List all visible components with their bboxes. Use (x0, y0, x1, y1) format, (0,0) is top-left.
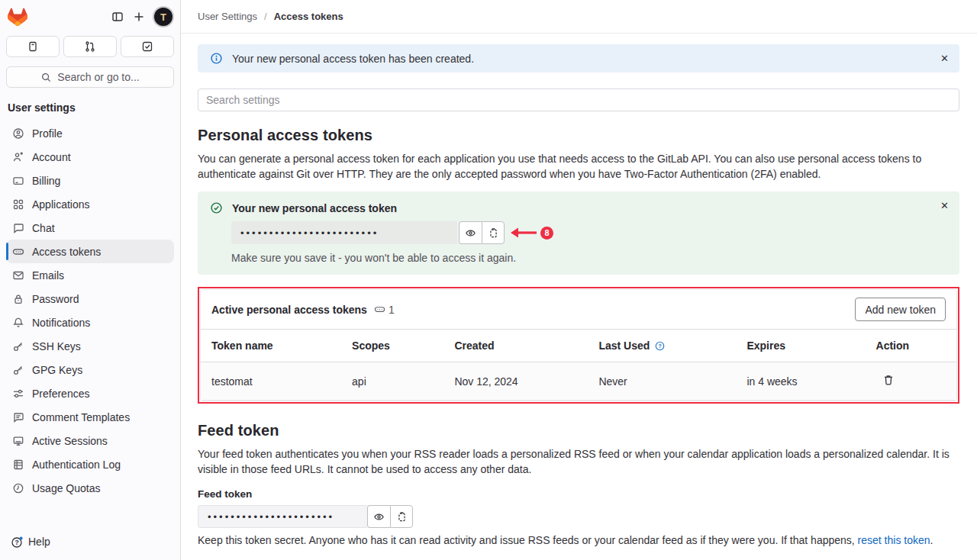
sidebar-item-label: Chat (32, 222, 55, 234)
token-pill-icon (374, 304, 385, 315)
table-row: testomat api Nov 12, 2024 Never in 4 wee… (201, 362, 956, 401)
breadcrumb-user-settings[interactable]: User Settings (198, 11, 257, 22)
account-icon (12, 151, 24, 163)
issues-icon (27, 40, 39, 53)
merge-request-icon (84, 40, 96, 53)
col-token-name: Token name (201, 330, 341, 362)
sidebar-item-label: Usage Quotas (32, 482, 101, 494)
reveal-token-button[interactable] (459, 221, 482, 244)
reset-this-token-link[interactable]: reset this token (858, 534, 930, 546)
new-token-masked-value: •••••••••••••••••••••••• (231, 221, 457, 244)
sidebar: T Search or go to... User settings Profi… (0, 0, 181, 560)
annotation-arrow-badge: 8 (509, 221, 553, 244)
credit-card-icon (12, 175, 24, 187)
success-alert-close-button[interactable]: ✕ (940, 199, 949, 213)
close-icon: ✕ (940, 53, 949, 64)
sidebar-item-label: Account (32, 151, 71, 163)
eye-icon (465, 227, 476, 239)
revoke-token-button[interactable] (876, 374, 895, 386)
gitlab-logo-icon[interactable] (8, 8, 27, 26)
feed-token-note: Keep this token secret. Anyone who has i… (198, 534, 959, 546)
sidebar-item-label: Emails (32, 269, 64, 282)
sidebar-item-notifications[interactable]: Notifications (6, 311, 174, 334)
cell-last-used: Never (588, 362, 736, 401)
feed-token-heading: Feed token (198, 422, 959, 439)
sidebar-item-label: Access tokens (32, 246, 101, 258)
sidebar-item-label: Applications (32, 198, 90, 211)
help-icon: ? (11, 536, 24, 549)
col-last-used: Last Used ? (588, 330, 736, 362)
merge-requests-shortcut-button[interactable] (63, 36, 117, 57)
sidebar-item-gpg-keys[interactable]: GPG Keys (6, 358, 174, 381)
annotation-badge: 8 (540, 227, 553, 240)
sidebar-item-label: Comment Templates (32, 411, 130, 423)
personal-access-tokens-description: You can generate a personal access token… (198, 151, 959, 182)
sidebar-item-label: Active Sessions (32, 435, 108, 447)
cell-token-name: testomat (201, 362, 341, 401)
annotation-rectangle: Active personal access tokens 1 Add new … (198, 287, 959, 404)
todos-shortcut-button[interactable] (121, 36, 174, 57)
help-label: Help (28, 536, 50, 548)
grid-icon (12, 198, 24, 211)
log-table-icon (12, 459, 24, 471)
personal-access-tokens-heading: Personal access tokens (198, 127, 959, 144)
create-new-button[interactable] (128, 6, 150, 27)
plus-icon (133, 11, 145, 23)
sidebar-item-emails[interactable]: Emails (6, 263, 174, 287)
info-icon (210, 52, 223, 65)
sidebar-item-access-tokens[interactable]: Access tokens (6, 240, 174, 263)
sidebar-item-label: Preferences (32, 388, 89, 400)
svg-text:?: ? (659, 343, 663, 349)
feed-note-period: . (930, 534, 933, 546)
active-tokens-card: Active personal access tokens 1 Add new … (200, 289, 957, 401)
trash-icon (882, 374, 895, 386)
feed-token-label: Feed token (198, 488, 959, 500)
eye-icon (373, 511, 385, 523)
sidebar-item-comment-templates[interactable]: Comment Templates (6, 405, 174, 429)
info-alert-close-button[interactable]: ✕ (940, 52, 949, 66)
key-icon (12, 340, 24, 352)
col-scopes: Scopes (341, 330, 443, 362)
sidebar-item-applications[interactable]: Applications (6, 192, 174, 216)
sidebar-item-usage-quotas[interactable]: Usage Quotas (6, 476, 174, 500)
sidebar-item-ssh-keys[interactable]: SSH Keys (6, 334, 174, 358)
sidebar-item-active-sessions[interactable]: Active Sessions (6, 429, 174, 452)
search-or-go-to-label: Search or go to... (57, 71, 139, 83)
search-or-go-to[interactable]: Search or go to... (6, 66, 174, 88)
red-arrow-icon (509, 227, 538, 239)
add-new-token-button[interactable]: Add new token (855, 298, 946, 321)
issues-shortcut-button[interactable] (6, 36, 60, 57)
sidebar-item-account[interactable]: Account (6, 145, 174, 169)
check-circle-icon (210, 201, 223, 214)
feed-note-text: Keep this token secret. Anyone who has i… (198, 534, 858, 546)
breadcrumb: User Settings / Access tokens (181, 0, 977, 34)
cell-action (866, 362, 956, 401)
sidebar-item-preferences[interactable]: Preferences (6, 381, 174, 405)
cell-scopes: api (341, 362, 443, 401)
sidebar-item-label: Profile (32, 127, 63, 140)
sidebar-item-password[interactable]: Password (6, 287, 174, 311)
active-tokens-count: 1 (374, 304, 395, 316)
reveal-feed-token-button[interactable] (367, 505, 390, 528)
main-content: User Settings / Access tokens Your new p… (181, 0, 977, 560)
chat-bubble-icon (12, 222, 24, 234)
sidebar-item-profile[interactable]: Profile (6, 121, 174, 145)
user-avatar[interactable]: T (154, 8, 173, 26)
settings-nav: Profile Account Billing Applications Cha… (0, 118, 180, 500)
envelope-icon (12, 269, 24, 282)
sidebar-item-billing[interactable]: Billing (6, 169, 174, 192)
sidebar-item-label: SSH Keys (32, 340, 81, 352)
bell-icon (12, 317, 24, 329)
profile-icon (12, 127, 24, 140)
copy-token-button[interactable] (482, 221, 505, 244)
cell-expires: in 4 weeks (736, 362, 865, 401)
sidebar-topbar: T (0, 0, 180, 34)
copy-feed-token-button[interactable] (390, 505, 413, 528)
help-button[interactable]: ? Help (6, 529, 55, 554)
collapse-sidebar-button[interactable] (107, 6, 128, 27)
search-settings-input[interactable] (198, 89, 959, 111)
sidebar-item-chat[interactable]: Chat (6, 216, 174, 240)
sidebar-item-authentication-log[interactable]: Authentication Log (6, 452, 174, 476)
lock-icon (12, 293, 24, 305)
help-question-icon[interactable]: ? (654, 340, 666, 352)
